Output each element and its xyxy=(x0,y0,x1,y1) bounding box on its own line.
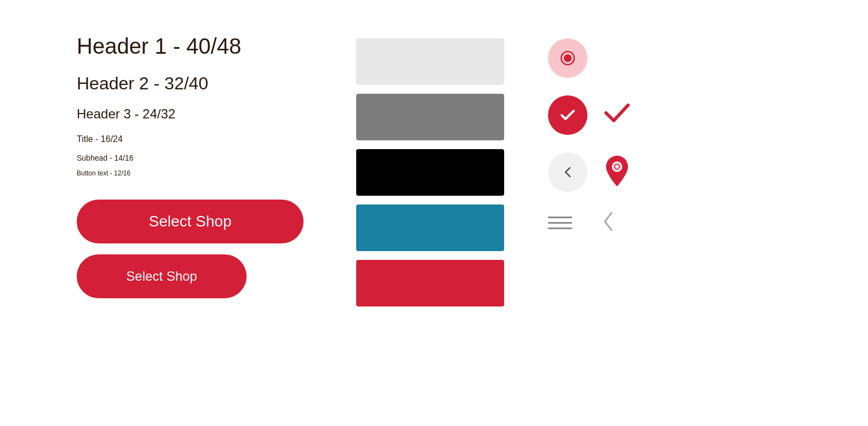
header1-label: Header 1 - 40/48 xyxy=(77,33,312,59)
hamburger-line-3 xyxy=(548,228,572,229)
hamburger-line-2 xyxy=(548,222,572,224)
chevron-left-icon[interactable] xyxy=(599,209,617,236)
checkmark-icon xyxy=(603,99,631,132)
check-circle-icon xyxy=(548,95,587,135)
icons-column xyxy=(548,33,631,306)
swatch-red xyxy=(356,260,504,306)
icons-row-3 xyxy=(548,152,631,192)
icons-row-1 xyxy=(548,38,631,78)
location-pin-icon xyxy=(603,155,631,190)
swatch-gray xyxy=(356,94,504,140)
icons-row-2 xyxy=(548,95,631,135)
select-shop-large-button[interactable]: Select Shop xyxy=(77,200,304,243)
swatch-black xyxy=(356,149,504,196)
svg-point-1 xyxy=(564,54,572,62)
typography-column: Header 1 - 40/48 Header 2 - 32/40 Header… xyxy=(77,33,312,306)
icons-row-4 xyxy=(548,209,631,236)
radio-icon xyxy=(548,38,587,78)
header2-label: Header 2 - 32/40 xyxy=(77,72,312,94)
swatch-blue xyxy=(356,205,504,251)
swatch-light-gray xyxy=(356,38,504,85)
back-arrow-icon[interactable] xyxy=(548,152,587,192)
header3-label: Header 3 - 24/32 xyxy=(77,105,312,123)
hamburger-line-1 xyxy=(548,217,572,218)
subhead-label: Subhead - 14/16 xyxy=(77,154,312,162)
svg-point-3 xyxy=(615,165,619,168)
hamburger-menu-icon[interactable] xyxy=(548,217,575,229)
swatches-column xyxy=(356,33,504,306)
title-label: Title - 16/24 xyxy=(77,133,312,146)
select-shop-small-button[interactable]: Select Shop xyxy=(77,254,247,298)
button-text-label: Button text - 12/16 xyxy=(77,169,312,178)
